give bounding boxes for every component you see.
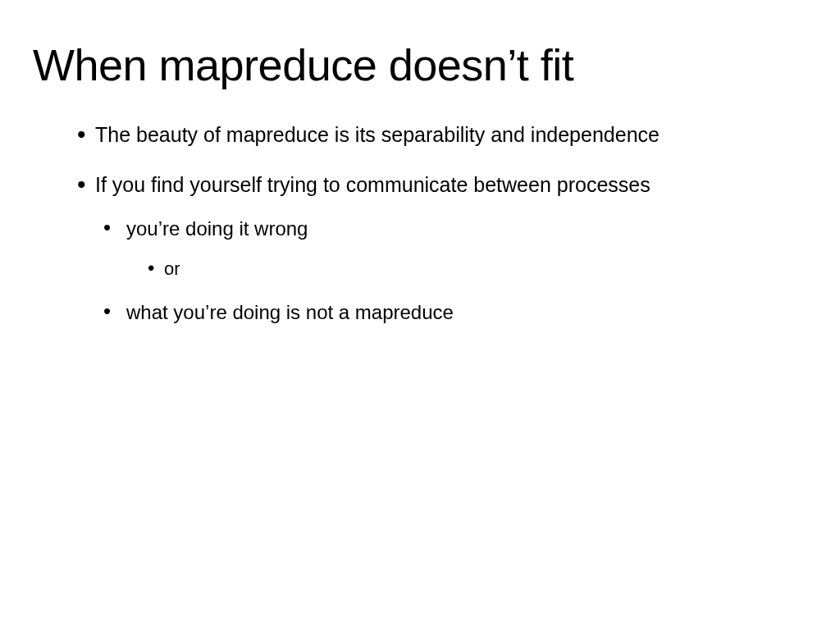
sub-bullet-2: what you’re doing is not a mapreduce	[95, 299, 807, 325]
slide-title: When mapreduce doesn’t fit	[33, 39, 807, 90]
bullet-item-1: The beauty of mapreduce is its separabil…	[72, 121, 807, 148]
sub-bullet-list: you’re doing it wrong or what you’re doi…	[95, 216, 807, 325]
sub-bullet-text-1: you’re doing it wrong	[126, 217, 308, 240]
sub-bullet-1: you’re doing it wrong or	[95, 216, 807, 281]
bullet-text-2: If you find yourself trying to communica…	[95, 173, 651, 196]
sub-sub-bullet-list: or	[126, 258, 807, 281]
sub-bullet-text-2: what you’re doing is not a mapreduce	[126, 301, 454, 323]
sub-sub-bullet-text-1: or	[164, 258, 180, 279]
main-bullet-list: The beauty of mapreduce is its separabil…	[72, 121, 807, 325]
bullet-text-1: The beauty of mapreduce is its separabil…	[95, 123, 660, 146]
sub-sub-bullet-1: or	[146, 258, 807, 281]
bullet-item-2: If you find yourself trying to communica…	[72, 171, 807, 325]
